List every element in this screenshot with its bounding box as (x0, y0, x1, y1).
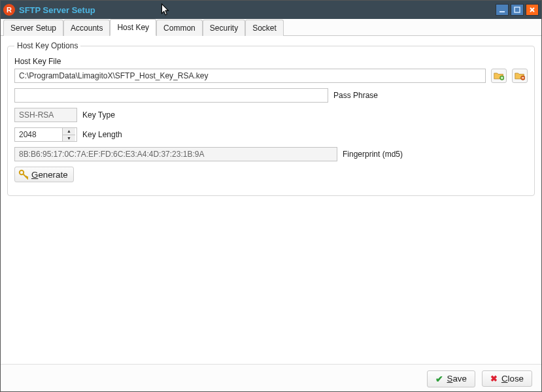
tab-security[interactable]: Security (203, 20, 245, 36)
tab-host-key[interactable]: Host Key (110, 19, 156, 36)
clear-file-button[interactable] (512, 69, 528, 83)
key-length-down-button[interactable]: ▼ (63, 135, 75, 142)
save-label: Save (447, 374, 467, 384)
title-bar: R SFTP Server Setup (1, 1, 541, 19)
app-icon: R (3, 4, 15, 16)
folder-remove-icon (515, 71, 525, 80)
close-label: Close (501, 374, 524, 384)
host-key-options-group: Host Key Options Host Key File (7, 41, 535, 196)
group-legend: Host Key Options (14, 41, 80, 50)
key-length-label: Key Length (82, 130, 148, 139)
key-length-stepper[interactable]: ▲ ▼ (14, 127, 77, 142)
fingerprint-input (14, 147, 337, 161)
tab-socket[interactable]: Socket (245, 20, 284, 36)
tab-bar: Server Setup Accounts Host Key Common Se… (1, 19, 541, 36)
x-icon: ✖ (490, 374, 498, 384)
svg-rect-1 (515, 7, 520, 12)
generate-label: Generate (31, 170, 68, 180)
tab-server-setup[interactable]: Server Setup (3, 20, 63, 36)
tab-common[interactable]: Common (156, 20, 203, 36)
passphrase-input[interactable] (14, 88, 328, 103)
window-title: SFTP Server Setup (19, 5, 95, 15)
key-icon (18, 169, 29, 180)
folder-add-icon (494, 71, 504, 80)
fingerprint-label: Fingerprint (md5) (343, 150, 408, 159)
save-button[interactable]: ✔ Save (427, 370, 475, 387)
maximize-button[interactable] (511, 4, 524, 16)
footer-bar: ✔ Save ✖ Close (1, 364, 541, 392)
close-window-button[interactable] (526, 4, 539, 16)
key-length-up-button[interactable]: ▲ (63, 128, 75, 135)
passphrase-label: Pass Phrase (333, 91, 399, 100)
key-length-input[interactable] (15, 128, 62, 141)
close-button[interactable]: ✖ Close (482, 370, 532, 387)
cursor-icon (161, 3, 171, 16)
content-area: Host Key Options Host Key File (1, 36, 541, 364)
host-key-file-label: Host Key File (14, 57, 528, 66)
browse-file-button[interactable] (491, 69, 507, 83)
svg-rect-0 (500, 11, 505, 12)
minimize-button[interactable] (496, 4, 509, 16)
host-key-file-input[interactable] (14, 69, 486, 83)
key-type-label: Key Type (82, 110, 148, 120)
check-icon: ✔ (435, 374, 443, 384)
tab-accounts[interactable]: Accounts (63, 20, 110, 36)
key-type-input (14, 108, 77, 122)
generate-button[interactable]: Generate (14, 167, 74, 182)
